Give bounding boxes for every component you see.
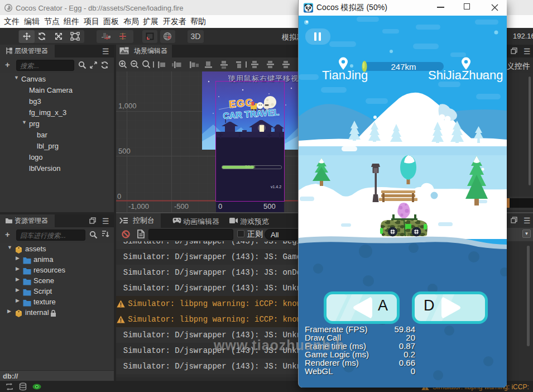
svg-text:EGG: EGG <box>229 97 255 110</box>
svg-text:CAR TRAVEL: CAR TRAVEL <box>223 107 280 121</box>
